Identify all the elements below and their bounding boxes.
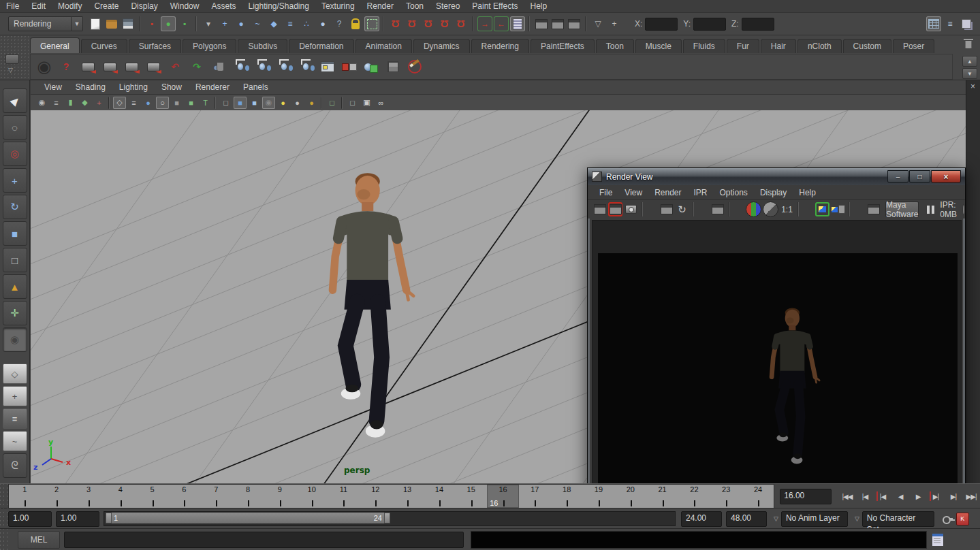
camera-orbit-icon[interactable] — [77, 56, 99, 78]
layout-persp-graph-button[interactable]: ~ — [3, 431, 27, 451]
layout-single-pane-button[interactable]: ◇ — [3, 363, 27, 384]
input-connections-icon[interactable]: → — [477, 16, 492, 31]
shelf-tab[interactable]: Polygons — [183, 39, 236, 53]
safe-action-icon[interactable]: ■ — [170, 97, 183, 109]
render-view-menu-item[interactable]: File — [593, 187, 618, 199]
shelf-scroll-up-icon[interactable]: ▲ — [962, 56, 977, 67]
current-time-field[interactable]: 16.00 — [780, 489, 832, 504]
absolute-transform-icon[interactable]: + — [607, 16, 622, 31]
new-scene-icon[interactable] — [88, 16, 103, 31]
snap-to-view-plane-icon[interactable] — [437, 16, 452, 31]
layout-four-pane-button[interactable]: + — [3, 386, 27, 406]
timeline-frame[interactable]: 18 — [551, 485, 583, 508]
attribute-editor-icon[interactable] — [959, 16, 974, 31]
timeline-frame[interactable]: 6 — [168, 485, 200, 508]
shelf-knob[interactable] — [5, 54, 19, 64]
gate-mask-icon[interactable]: ● — [142, 97, 155, 109]
character-model[interactable] — [332, 173, 413, 438]
x-input[interactable] — [645, 18, 678, 31]
timeline-ruler[interactable]: 1 2 3 4 5 6 7 8 9 10 11 12 13 14 15 — [8, 484, 774, 508]
ipr-render-icon[interactable] — [659, 202, 674, 216]
layout-outliner-persp-button[interactable]: ≡ — [3, 408, 27, 429]
shelf-menu-widget[interactable]: ▽ — [0, 35, 29, 80]
render-view-toolbar-icon[interactable] — [849, 202, 863, 216]
menu-item[interactable]: Texturing — [315, 0, 361, 12]
go-to-start-button[interactable]: |◀◀ — [838, 489, 856, 504]
ik-spline-icon[interactable] — [273, 56, 295, 78]
shelf-tab[interactable]: Poser — [893, 39, 934, 53]
render-view-toolbar-icon[interactable] — [693, 202, 707, 216]
toolbar-icon[interactable] — [585, 16, 587, 31]
toolbar-icon[interactable] — [383, 16, 385, 31]
make-live-icon[interactable] — [454, 16, 469, 31]
toolbar-icon[interactable] — [195, 16, 197, 31]
panel-menu-item[interactable]: Lighting — [112, 81, 155, 93]
timeline-frame[interactable]: 19 — [583, 485, 615, 508]
menu-item[interactable]: Paint Effects — [466, 0, 524, 12]
ipr-render-icon[interactable] — [550, 16, 565, 31]
mel-toggle[interactable]: MEL — [18, 531, 60, 549]
paint-script-icon[interactable] — [404, 56, 426, 78]
menu-item[interactable]: Toon — [400, 0, 430, 12]
select-camera-icon[interactable]: ◉ — [35, 97, 48, 109]
channel-box-icon[interactable] — [926, 16, 941, 31]
timeline-frame[interactable]: 7 — [200, 485, 232, 508]
shelf-tab[interactable]: Toon — [596, 39, 634, 53]
remove-image-icon[interactable] — [831, 202, 845, 216]
mask-handles-icon[interactable]: + — [217, 16, 232, 31]
menu-item[interactable]: Window — [164, 0, 206, 12]
step-forward-frame-button[interactable]: ▶| — [945, 489, 962, 504]
timeline-frame[interactable]: 23 — [710, 485, 742, 508]
panel-toolbar-icon[interactable] — [108, 97, 110, 109]
timeline-frame[interactable]: 9 — [264, 485, 296, 508]
select-by-hierarchy-icon[interactable]: ▪ — [144, 16, 159, 31]
timeline-frame[interactable]: 24 — [742, 485, 774, 508]
shelf-tab[interactable]: Deformation — [289, 39, 353, 53]
open-scene-icon[interactable] — [104, 16, 119, 31]
snap-to-grid-icon[interactable] — [388, 16, 403, 31]
textured-icon[interactable]: ■ — [248, 97, 261, 109]
menu-item[interactable]: Render — [361, 0, 400, 12]
timeline-frame[interactable]: 8 — [232, 485, 264, 508]
timeline-frame[interactable]: 2 — [41, 485, 73, 508]
timeline-frame[interactable]: 1616 — [487, 485, 519, 508]
region-render-icon[interactable] — [710, 202, 725, 216]
go-to-end-button[interactable]: ▶▶| — [962, 489, 980, 504]
render-view-menu-item[interactable]: View — [618, 187, 648, 199]
menu-item[interactable]: Assets — [205, 0, 242, 12]
z-input[interactable] — [742, 18, 774, 31]
select-tool[interactable]: ▶ — [3, 88, 27, 113]
xray-icon[interactable]: □ — [346, 97, 359, 109]
assign-shader-icon[interactable] — [360, 56, 382, 78]
shelf-tab[interactable]: Curves — [81, 39, 127, 53]
zoom-one-to-one[interactable]: 1:1 — [780, 202, 794, 216]
mask-joints-icon[interactable]: ● — [234, 16, 249, 31]
bin-icon[interactable] — [208, 56, 230, 78]
maximize-button[interactable]: □ — [909, 170, 930, 183]
play-backwards-button[interactable]: ◀ — [891, 489, 909, 504]
menu-item[interactable]: Edit — [25, 0, 52, 12]
mel-input[interactable] — [64, 532, 464, 548]
script-editor-icon[interactable] — [932, 533, 944, 547]
render-view-menu-item[interactable]: IPR — [688, 187, 714, 199]
timeline-frame[interactable]: 21 — [646, 485, 678, 508]
snap-to-curve-icon[interactable] — [405, 16, 420, 31]
open-render-settings-icon[interactable] — [866, 202, 881, 216]
shelf-tab[interactable]: Hair — [761, 39, 796, 53]
close-button[interactable]: × — [931, 170, 961, 183]
rotate-tool[interactable]: ↻ — [3, 195, 27, 219]
play-forwards-button[interactable]: ▶ — [909, 489, 927, 504]
ipr-pause-icon[interactable] — [927, 206, 934, 214]
keep-image-icon[interactable] — [815, 202, 829, 216]
smooth-shade-icon[interactable]: ■ — [234, 97, 247, 109]
shelf-tab[interactable]: Surfaces — [129, 39, 181, 53]
toolbar-icon[interactable] — [528, 16, 531, 31]
shelf-tab[interactable]: Animation — [355, 39, 412, 53]
render-view-menu-item[interactable]: Display — [754, 187, 793, 199]
connect-node-icon[interactable] — [338, 56, 360, 78]
render-view-toolbar-icon[interactable] — [797, 202, 812, 216]
render-view-toolbar-icon[interactable] — [642, 202, 656, 216]
lighting-all-icon[interactable]: ● — [291, 97, 304, 109]
shelf-tab[interactable]: Subdivs — [238, 39, 287, 53]
step-back-frame-button[interactable]: |◀ — [856, 489, 874, 504]
